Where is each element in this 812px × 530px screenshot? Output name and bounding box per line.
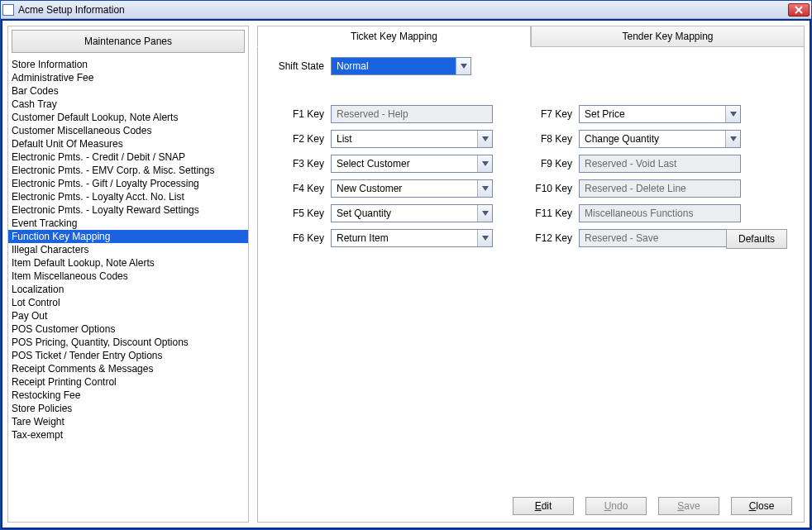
- sidebar-item[interactable]: Customer Default Lookup, Note Alerts: [8, 111, 248, 124]
- sidebar-item[interactable]: POS Ticket / Tender Entry Options: [8, 349, 248, 362]
- key-label: F12 Key: [518, 232, 579, 244]
- sidebar-item[interactable]: Electronic Pmts. - Loyalty Acct. No. Lis…: [8, 190, 248, 203]
- sidebar-item[interactable]: Localization: [8, 283, 248, 296]
- sidebar-item[interactable]: Restocking Fee: [8, 389, 248, 402]
- sidebar-item[interactable]: Pay Out: [8, 309, 248, 322]
- key-row: F9 KeyReserved - Void Last: [518, 155, 741, 173]
- key-select[interactable]: Set Quantity: [331, 204, 493, 222]
- key-select: Reserved - Void Last: [579, 155, 741, 173]
- sidebar-item[interactable]: Electronic Pmts. - EMV Corp. & Misc. Set…: [8, 164, 248, 177]
- sidebar-item[interactable]: Tax-exempt: [8, 428, 248, 442]
- chevron-down-icon: [725, 131, 740, 147]
- sidebar-item[interactable]: Item Miscellaneous Codes: [8, 270, 248, 283]
- key-value: New Customer: [332, 183, 477, 194]
- sidebar-item[interactable]: Event Tracking: [8, 217, 248, 230]
- svg-marker-4: [482, 161, 489, 166]
- key-select[interactable]: Set Price: [579, 105, 741, 123]
- chevron-down-icon: [477, 230, 492, 246]
- content-panel: Ticket Key MappingTender Key Mapping Shi…: [257, 26, 805, 523]
- key-select: Reserved - Delete Line: [579, 179, 741, 198]
- save-button[interactable]: Save: [658, 497, 719, 515]
- sidebar-item[interactable]: Illegal Characters: [8, 243, 248, 256]
- sidebar-item[interactable]: Receipt Printing Control: [8, 375, 248, 389]
- key-row: F11 KeyMiscellaneous Functions: [518, 204, 741, 222]
- key-select[interactable]: Change Quantity: [579, 130, 741, 148]
- key-label: F1 Key: [270, 108, 331, 120]
- svg-marker-2: [461, 64, 467, 69]
- sidebar-list[interactable]: Store InformationAdministrative FeeBar C…: [8, 56, 248, 522]
- tab[interactable]: Tender Key Mapping: [531, 26, 805, 47]
- key-label: F11 Key: [518, 208, 579, 219]
- svg-marker-7: [482, 236, 489, 241]
- sidebar-item[interactable]: POS Customer Options: [8, 322, 248, 336]
- key-select[interactable]: New Customer: [331, 179, 493, 198]
- sidebar: Maintenance Panes Store InformationAdmin…: [7, 26, 249, 523]
- sidebar-item[interactable]: Default Unit Of Measures: [8, 137, 248, 150]
- client-area: Maintenance Panes Store InformationAdmin…: [1, 19, 811, 529]
- bottom-button-bar: Edit Undo Save Close: [513, 497, 792, 515]
- key-label: F3 Key: [270, 158, 331, 170]
- sidebar-item[interactable]: Electronic Pmts. - Credit / Debit / SNAP: [8, 150, 248, 164]
- key-select[interactable]: List: [331, 130, 493, 148]
- key-label: F10 Key: [518, 183, 579, 194]
- svg-marker-8: [730, 112, 737, 117]
- close-button[interactable]: Close: [731, 497, 792, 515]
- sidebar-item[interactable]: Item Default Lookup, Note Alerts: [8, 256, 248, 270]
- key-row: F3 KeySelect Customer: [270, 155, 493, 173]
- key-row: F12 KeyReserved - Save: [518, 229, 741, 247]
- tab-strip: Ticket Key MappingTender Key Mapping: [257, 26, 805, 47]
- chevron-down-icon: [477, 131, 492, 147]
- svg-marker-6: [482, 211, 489, 216]
- sidebar-item[interactable]: Electronic Pmts. - Loyalty Reward Settin…: [8, 203, 248, 217]
- undo-button[interactable]: Undo: [585, 497, 647, 515]
- sidebar-item[interactable]: Tare Weight: [8, 415, 248, 428]
- key-columns: F1 KeyReserved - HelpF2 KeyListF3 KeySel…: [270, 105, 792, 254]
- shift-state-value: Normal: [332, 60, 456, 72]
- key-row: F2 KeyList: [270, 130, 493, 148]
- sidebar-item[interactable]: Cash Tray: [8, 98, 248, 111]
- app-icon: [2, 4, 14, 16]
- sidebar-item[interactable]: POS Pricing, Quantity, Discount Options: [8, 336, 248, 349]
- chevron-down-icon: [477, 155, 492, 172]
- sidebar-item[interactable]: Lot Control: [8, 296, 248, 309]
- tab-body: Shift State Normal F1 KeyReserved - Help…: [257, 47, 805, 523]
- key-column-right: F7 KeySet PriceF8 KeyChange QuantityF9 K…: [518, 105, 741, 254]
- shift-state-select[interactable]: Normal: [331, 57, 471, 75]
- key-label: F4 Key: [270, 183, 331, 194]
- sidebar-item[interactable]: Electronic Pmts. - Gift / Loyalty Proces…: [8, 177, 248, 190]
- sidebar-item[interactable]: Store Policies: [8, 402, 248, 415]
- key-row: F8 KeyChange Quantity: [518, 130, 741, 148]
- close-icon: [795, 6, 803, 14]
- app-window: Acme Setup Information Maintenance Panes…: [0, 0, 812, 530]
- shift-state-row: Shift State Normal: [270, 57, 792, 75]
- key-value: Miscellaneous Functions: [580, 208, 740, 219]
- key-value: Reserved - Help: [332, 108, 492, 120]
- sidebar-item[interactable]: Customer Miscellaneous Codes: [8, 124, 248, 137]
- svg-marker-3: [482, 136, 489, 141]
- chevron-down-icon: [456, 58, 470, 74]
- key-value: Reserved - Delete Line: [580, 183, 740, 194]
- key-column-left: F1 KeyReserved - HelpF2 KeyListF3 KeySel…: [270, 105, 493, 254]
- key-select: Miscellaneous Functions: [579, 204, 741, 222]
- edit-button[interactable]: Edit: [513, 497, 574, 515]
- key-select[interactable]: Return Item: [331, 229, 493, 247]
- key-value: List: [332, 133, 477, 145]
- defaults-button[interactable]: Defaults: [726, 229, 787, 249]
- key-value: Return Item: [332, 232, 477, 244]
- sidebar-item[interactable]: Function Key Mapping: [8, 230, 248, 243]
- key-row: F4 KeyNew Customer: [270, 179, 493, 198]
- sidebar-item[interactable]: Bar Codes: [8, 84, 248, 98]
- tab[interactable]: Ticket Key Mapping: [257, 26, 531, 47]
- sidebar-item[interactable]: Receipt Comments & Messages: [8, 362, 248, 375]
- shift-state-label: Shift State: [270, 60, 331, 72]
- key-value: Change Quantity: [580, 133, 725, 145]
- window-title: Acme Setup Information: [18, 4, 125, 16]
- sidebar-item[interactable]: Administrative Fee: [8, 71, 248, 84]
- chevron-down-icon: [477, 205, 492, 222]
- svg-marker-9: [730, 136, 737, 141]
- key-label: F8 Key: [518, 133, 579, 145]
- window-close-button[interactable]: [788, 3, 810, 17]
- key-select[interactable]: Select Customer: [331, 155, 493, 173]
- key-row: F10 KeyReserved - Delete Line: [518, 179, 741, 198]
- sidebar-item[interactable]: Store Information: [8, 58, 248, 71]
